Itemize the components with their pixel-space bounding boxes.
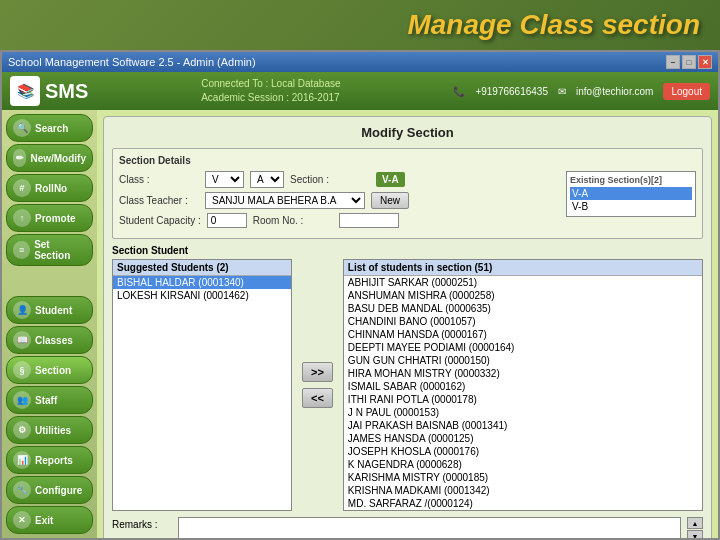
new-button[interactable]: New <box>371 192 409 209</box>
room-no-input[interactable] <box>339 213 399 228</box>
sidebar-section[interactable]: § Section <box>6 356 93 384</box>
logout-button[interactable]: Logout <box>663 83 710 100</box>
class-teacher-select[interactable]: SANJU MALA BEHERA B.A <box>205 192 365 209</box>
transfer-forward-button[interactable]: >> <box>302 362 333 382</box>
list-item[interactable]: DEEPTI MAYEE PODIAMI (0000164) <box>344 341 702 354</box>
list-item[interactable]: ISMAIL SABAR (0000162) <box>344 380 702 393</box>
configure-icon: 🔧 <box>13 481 31 499</box>
set-section-label: Set Section <box>34 239 86 261</box>
sms-icon: 📚 <box>10 76 40 106</box>
search-icon: 🔍 <box>13 119 31 137</box>
capacity-input[interactable] <box>207 213 247 228</box>
section-badge: V-A <box>376 172 405 187</box>
close-button[interactable]: ✕ <box>698 55 712 69</box>
list-item[interactable]: JOSEPH KHOSLA (0000176) <box>344 445 702 458</box>
remarks-row: Remarks : ▲ ▼ <box>112 517 703 538</box>
list-item[interactable]: ITHI RANI POTLA (0000178) <box>344 393 702 406</box>
list-item[interactable]: JAMES HANSDA (0000125) <box>344 432 702 445</box>
list-item[interactable]: KARISHMA MISTRY (0000185) <box>344 471 702 484</box>
class-row: Class : VVIVII ABC Section : V-A <box>119 171 558 188</box>
section-students-box: List of students in section (51) ABHIJIT… <box>343 259 703 511</box>
main-content: Modify Section Section Details Class : V… <box>97 110 718 538</box>
remarks-label: Remarks : <box>112 517 172 530</box>
set-section-icon: ≡ <box>13 241 30 259</box>
reports-label: Reports <box>35 455 73 466</box>
class-select[interactable]: VVIVII <box>205 171 244 188</box>
sidebar-student[interactable]: 👤 Student <box>6 296 93 324</box>
list-item[interactable]: CHANDINI BANO (0001057) <box>344 315 702 328</box>
remarks-scroll-up[interactable]: ▲ <box>687 517 703 529</box>
list-item[interactable]: BASU DEB MANDAL (0000635) <box>344 302 702 315</box>
app-header: 📚 SMS Connected To : Local Database Acad… <box>2 72 718 110</box>
list-item[interactable]: ABHIJIT SARKAR (0000251) <box>344 276 702 289</box>
section-details-title: Section Details <box>119 155 696 166</box>
list-item[interactable]: K NAGENDRA (0000628) <box>344 458 702 471</box>
sidebar-exit[interactable]: ✕ Exit <box>6 506 93 534</box>
section-students-header: List of students in section (51) <box>344 260 702 276</box>
rollno-icon: # <box>13 179 31 197</box>
existing-section-vb[interactable]: V-B <box>570 200 692 213</box>
class-teacher-row: Class Teacher : SANJU MALA BEHERA B.A Ne… <box>119 192 558 209</box>
sidebar-utilities[interactable]: ⚙ Utilities <box>6 416 93 444</box>
list-item[interactable]: J N PAUL (0000153) <box>344 406 702 419</box>
sidebar-search[interactable]: 🔍 Search <box>6 114 93 142</box>
app-title: School Management Software 2.5 - Admin (… <box>8 56 256 68</box>
sidebar-reports[interactable]: 📊 Reports <box>6 446 93 474</box>
sidebar-rollno[interactable]: # RollNo <box>6 174 93 202</box>
maximize-button[interactable]: □ <box>682 55 696 69</box>
capacity-label: Student Capacity : <box>119 215 201 226</box>
sidebar-staff[interactable]: 👥 Staff <box>6 386 93 414</box>
list-item[interactable]: MD. SARFARAZ /(0000124) <box>344 497 702 510</box>
sidebar-set-section[interactable]: ≡ Set Section <box>6 234 93 266</box>
remarks-scroll-down[interactable]: ▼ <box>687 530 703 538</box>
list-item[interactable]: CHINNAM HANSDA (0000167) <box>344 328 702 341</box>
students-area: Suggested Students (2) BISHAL HALDAR (00… <box>112 259 703 511</box>
sidebar-configure[interactable]: 🔧 Configure <box>6 476 93 504</box>
section-label: Section <box>35 365 71 376</box>
rollno-label: RollNo <box>35 183 67 194</box>
existing-sections-title: Existing Section(s)[2] <box>570 175 692 185</box>
section-label: Section : <box>290 174 370 185</box>
list-item[interactable]: GUN GUN CHHATRI (0000150) <box>344 354 702 367</box>
remarks-input[interactable] <box>178 517 681 538</box>
student-icon: 👤 <box>13 301 31 319</box>
modal-panel: Modify Section Section Details Class : V… <box>103 116 712 538</box>
connected-to: Connected To : Local Database <box>201 77 340 91</box>
sidebar-promote[interactable]: ↑ Promote <box>6 204 93 232</box>
suggested-student-1[interactable]: BISHAL HALDAR (0001340) <box>113 276 291 289</box>
sidebar: 🔍 Search ✏ New/Modify # RollNo ↑ Promote… <box>2 110 97 538</box>
student-label: Student <box>35 305 72 316</box>
transfer-buttons: >> << <box>298 259 337 511</box>
section-icon: § <box>13 361 31 379</box>
exit-label: Exit <box>35 515 53 526</box>
connection-info: Connected To : Local Database Academic S… <box>201 77 340 105</box>
sms-logo: 📚 SMS <box>10 76 88 106</box>
title-bar: School Management Software 2.5 - Admin (… <box>2 52 718 72</box>
promote-icon: ↑ <box>13 209 31 227</box>
phone-number: +919766616435 <box>475 86 548 97</box>
staff-icon: 👥 <box>13 391 31 409</box>
exit-icon: ✕ <box>13 511 31 529</box>
modal-title: Modify Section <box>112 125 703 140</box>
utilities-icon: ⚙ <box>13 421 31 439</box>
existing-section-va[interactable]: V-A <box>570 187 692 200</box>
configure-label: Configure <box>35 485 82 496</box>
list-item[interactable]: HIRA MOHAN MISTRY (0000332) <box>344 367 702 380</box>
list-item[interactable]: JAI PRAKASH BAISNAB (0001341) <box>344 419 702 432</box>
minimize-button[interactable]: − <box>666 55 680 69</box>
list-item[interactable]: KRISHNA MADKAMI (0001342) <box>344 484 702 497</box>
title-bar-left: School Management Software 2.5 - Admin (… <box>8 56 256 68</box>
sidebar-new-modify[interactable]: ✏ New/Modify <box>6 144 93 172</box>
header-banner: Manage Class section <box>0 0 720 50</box>
staff-label: Staff <box>35 395 57 406</box>
list-item[interactable]: ANSHUMAN MISHRA (0000258) <box>344 289 702 302</box>
transfer-back-button[interactable]: << <box>302 388 333 408</box>
classes-label: Classes <box>35 335 73 346</box>
email-address: info@techior.com <box>576 86 653 97</box>
sidebar-classes[interactable]: 📖 Classes <box>6 326 93 354</box>
section-a-select[interactable]: ABC <box>250 171 284 188</box>
new-modify-icon: ✏ <box>13 149 26 167</box>
suggested-students-header: Suggested Students (2) <box>113 260 291 276</box>
utilities-label: Utilities <box>35 425 71 436</box>
suggested-student-2[interactable]: LOKESH KIRSANI (0001462) <box>113 289 291 302</box>
